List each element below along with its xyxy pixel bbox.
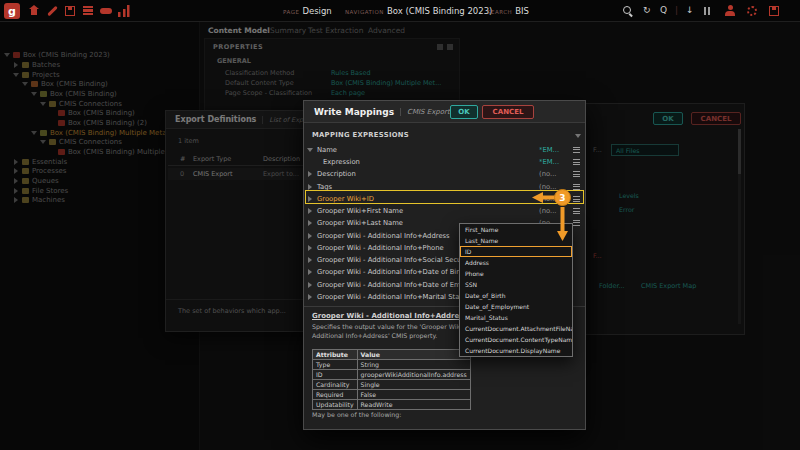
row-label: Grooper Wiki+Last Name xyxy=(317,219,403,227)
row-label: Grooper Wiki - Additional Info+Date of B… xyxy=(317,268,466,276)
dropdown-item-last-name[interactable]: Last_Name xyxy=(460,235,572,246)
mapping-row-name[interactable]: Name*EM... xyxy=(307,144,584,156)
grooper-logo-icon[interactable]: g xyxy=(4,3,20,19)
attr-cell: ID xyxy=(313,370,358,380)
page-label: PAGE xyxy=(283,9,299,15)
dropdown-item-first-name[interactable]: First_Name xyxy=(460,224,572,235)
row-label: Name xyxy=(317,146,337,154)
cancel-button[interactable]: CANCEL xyxy=(482,105,534,119)
dialog-title: Write Mappings xyxy=(314,107,394,117)
mapping-row-first-name[interactable]: Grooper Wiki+First Name(no... xyxy=(307,205,584,217)
app-window: g PAGE Design NAVIGATION Box (CMIS Bindi… xyxy=(0,0,800,450)
dropdown-item-date-of-birth[interactable]: Date_of_Birth xyxy=(460,290,572,301)
expander-icon[interactable] xyxy=(307,282,313,288)
search-icon[interactable] xyxy=(622,5,634,17)
settings-gear-icon[interactable] xyxy=(746,5,758,17)
menu-icon[interactable] xyxy=(573,159,580,165)
table-row: IDgrooperWikiAdditionalInfo.address xyxy=(313,370,471,380)
field-dropdown-menu: First_Name Last_Name ID Address Phone SS… xyxy=(459,223,573,357)
stats-icon[interactable] xyxy=(118,5,130,17)
dropdown-item-marital-status[interactable]: Marital_Status xyxy=(460,312,572,323)
mapping-expressions-header[interactable]: MAPPING EXPRESSIONS xyxy=(312,131,409,139)
row-value[interactable]: (no... xyxy=(539,207,556,215)
value-cell: Single xyxy=(357,380,470,390)
menu-icon[interactable] xyxy=(573,184,580,190)
value-cell: String xyxy=(357,360,470,370)
dropdown-item-display-name[interactable]: CurrentDocument.DisplayName xyxy=(460,345,572,356)
expander-icon[interactable] xyxy=(307,196,313,202)
help-body: Specifies the output value for the 'Groo… xyxy=(312,323,480,340)
download-icon[interactable]: ↓ xyxy=(686,5,694,15)
top-toolbar: g PAGE Design NAVIGATION Box (CMIS Bindi… xyxy=(0,0,800,22)
dropdown-item-date-of-employment[interactable]: Date_of_Employment xyxy=(460,301,572,312)
value-cell: grooperWikiAdditionalInfo.address xyxy=(357,370,470,380)
row-value[interactable]: *EM... xyxy=(539,158,559,166)
dropdown-item-attachment-file-name[interactable]: CurrentDocument.AttachmentFileName xyxy=(460,323,572,334)
ok-button[interactable]: OK xyxy=(450,105,478,119)
row-label: Grooper Wiki+ID xyxy=(317,195,374,203)
dropdown-item-phone[interactable]: Phone xyxy=(460,268,572,279)
nav-value[interactable]: Box (CMIS Binding 2023) xyxy=(387,6,492,16)
mapping-row-tags[interactable]: Tags(no... xyxy=(307,181,584,193)
breadcrumb-navigation: NAVIGATION Box (CMIS Binding 2023) xyxy=(345,6,492,16)
expander-icon[interactable] xyxy=(307,294,313,300)
row-value[interactable]: *EM... xyxy=(539,146,559,154)
mapping-row-grooper-wiki-id[interactable]: Grooper Wiki+ID(no... xyxy=(307,193,584,205)
breadcrumb-page: PAGE Design xyxy=(283,6,332,16)
value-cell: False xyxy=(357,390,470,400)
expander-icon[interactable] xyxy=(307,220,313,226)
window-icon[interactable] xyxy=(768,5,780,17)
row-label: Grooper Wiki - Additional Info+Address xyxy=(317,232,450,240)
dropdown-item-id-highlighted[interactable]: ID xyxy=(460,246,572,257)
refresh-icon[interactable]: ↻ xyxy=(643,5,651,15)
breadcrumb-search: SEARCH BIS xyxy=(487,6,529,16)
row-label: Tags xyxy=(317,183,332,191)
expander-icon[interactable] xyxy=(307,245,313,251)
row-label: Grooper Wiki - Additional Info+Phone xyxy=(317,244,444,252)
expander-icon[interactable] xyxy=(307,257,313,263)
dropdown-item-address[interactable]: Address xyxy=(460,257,572,268)
row-label: Grooper Wiki - Additional Info+Marital S… xyxy=(317,293,470,301)
attr-cell: Cardinality xyxy=(313,380,358,390)
expander-icon[interactable] xyxy=(307,184,313,190)
dropdown-item-content-type-name[interactable]: CurrentDocument.ContentTypeName xyxy=(460,334,572,345)
col-attribute: Attribute xyxy=(313,350,358,360)
menu-icon[interactable] xyxy=(573,220,580,226)
nav-label: NAVIGATION xyxy=(345,9,384,15)
col-value: Value xyxy=(357,350,470,360)
expander-icon[interactable] xyxy=(307,147,313,153)
expander-icon[interactable] xyxy=(307,233,313,239)
row-label: Expression xyxy=(323,158,360,166)
cloud-icon[interactable] xyxy=(100,5,112,17)
attribute-table-header: Attribute Value xyxy=(313,350,471,360)
table-row: RequiredFalse xyxy=(313,390,471,400)
row-label: Description xyxy=(317,170,356,178)
menu-icon[interactable] xyxy=(573,208,580,214)
help-footer: May be one of the following: xyxy=(312,411,401,418)
expander-icon[interactable] xyxy=(307,269,313,275)
menu-icon[interactable] xyxy=(573,171,580,177)
mapping-row-description[interactable]: Description(no... xyxy=(307,168,584,180)
menu-icon[interactable] xyxy=(573,147,580,153)
row-value[interactable]: (no... xyxy=(539,183,556,191)
home-icon[interactable] xyxy=(28,5,40,17)
attribute-table: Attribute Value TypeString IDgrooperWiki… xyxy=(312,349,471,410)
dropdown-item-ssn[interactable]: SSN xyxy=(460,279,572,290)
menu-icon[interactable] xyxy=(573,196,580,202)
user-icon[interactable] xyxy=(724,5,736,17)
grid-view-icon[interactable] xyxy=(702,5,714,17)
attr-cell: Type xyxy=(313,360,358,370)
page-value[interactable]: Design xyxy=(302,6,331,16)
help-heading: Grooper Wiki - Additional Info+Address xyxy=(312,312,468,320)
mapping-row-expression[interactable]: Expression*EM... xyxy=(307,156,584,168)
tools-icon[interactable] xyxy=(46,5,58,17)
save-icon[interactable] xyxy=(64,5,76,17)
expander-icon[interactable] xyxy=(307,208,313,214)
toolbar-divider: | xyxy=(675,5,678,15)
expander-icon[interactable] xyxy=(307,171,313,177)
database-icon[interactable] xyxy=(82,5,94,17)
zoom-icon[interactable]: Q xyxy=(660,5,667,15)
row-value[interactable]: (no... xyxy=(539,170,556,178)
search-value[interactable]: BIS xyxy=(515,6,529,16)
table-row: CardinalitySingle xyxy=(313,380,471,390)
